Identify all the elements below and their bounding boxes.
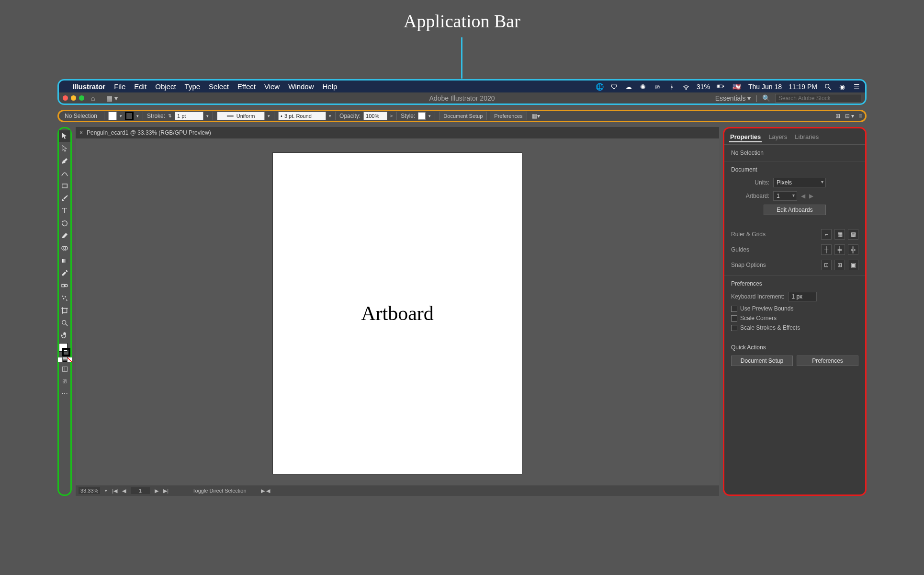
transparency-grid-icon[interactable]: ▩	[848, 229, 858, 240]
rectangle-tool[interactable]	[59, 180, 70, 192]
status-nav[interactable]: ▶ ◀	[261, 488, 270, 494]
snap-pixel-icon[interactable]: ▣	[848, 260, 858, 270]
time[interactable]: 11:19 PM	[789, 83, 817, 91]
stroke-dropdown[interactable]: ▾	[136, 114, 139, 118]
artboard-tool[interactable]	[59, 305, 70, 316]
scale-corners-checkbox[interactable]	[731, 315, 737, 322]
hand-tool[interactable]	[59, 330, 70, 341]
use-preview-bounds-checkbox[interactable]	[731, 306, 737, 312]
menu-window[interactable]: Window	[288, 82, 314, 91]
home-icon[interactable]: ⌂	[91, 94, 95, 102]
fill-stroke-control[interactable]	[59, 343, 70, 356]
eyedropper-tool[interactable]	[59, 267, 70, 279]
brush-dd[interactable]: ▾	[329, 114, 331, 118]
date[interactable]: Thu Jun 18	[748, 83, 782, 91]
close-window-icon[interactable]	[63, 95, 68, 101]
paintbrush-tool[interactable]	[59, 193, 70, 204]
zoom-level[interactable]: 33.33%	[79, 487, 100, 494]
panel-menu-icon[interactable]: ≡	[859, 113, 862, 119]
opacity-dd[interactable]: >	[390, 114, 393, 118]
stroke-color[interactable]	[62, 348, 70, 356]
stroke-profile-dd[interactable]: ▾	[268, 114, 270, 118]
stroke-profile[interactable]: ━━ Uniform	[217, 112, 265, 120]
blend-tool[interactable]	[59, 280, 70, 291]
close-tab-icon[interactable]: ×	[79, 129, 83, 136]
curvature-tool[interactable]	[59, 168, 70, 179]
pen-tool[interactable]	[59, 155, 70, 167]
search-stock-input[interactable]	[775, 94, 861, 103]
stroke-weight-input[interactable]: 1 pt	[175, 112, 203, 120]
tab-layers[interactable]: Layers	[767, 132, 788, 142]
menu-help[interactable]: Help	[323, 82, 338, 91]
minimize-window-icon[interactable]	[71, 95, 76, 101]
artboard-nav-current[interactable]: 1	[131, 487, 150, 494]
tab-properties[interactable]: Properties	[729, 132, 762, 142]
wifi-icon[interactable]	[682, 83, 690, 91]
fill-dropdown[interactable]: ▾	[120, 114, 122, 118]
artboard-nav-prev[interactable]: ◀	[122, 488, 126, 494]
shapebuilder-tool[interactable]	[59, 242, 70, 254]
stroke-swatch[interactable]	[125, 112, 134, 120]
color-mode-gradient[interactable]	[63, 357, 67, 362]
screen-mode-icon[interactable]: ⎚	[59, 375, 70, 387]
brush-definition[interactable]: • 3 pt. Round	[278, 112, 326, 120]
stroke-stepper[interactable]: ⇅	[168, 114, 172, 118]
document-setup-button[interactable]: Document Setup	[439, 112, 487, 120]
menu-type[interactable]: Type	[185, 82, 201, 91]
icon-2[interactable]: ⊟ ▾	[845, 113, 854, 119]
keyboard-increment-input[interactable]: 1 px	[788, 292, 817, 301]
menu-object[interactable]: Object	[155, 82, 176, 91]
document-tab[interactable]: × Penguin_ecard1 @ 33.33% (RGB/GPU Previ…	[76, 127, 719, 138]
align-to-icon[interactable]: ▦▾	[532, 113, 540, 119]
lock-guides-icon[interactable]: ╪	[834, 244, 845, 255]
type-tool[interactable]: T	[59, 205, 70, 217]
color-mode-selector[interactable]	[58, 357, 72, 362]
app-name[interactable]: Illustrator	[72, 82, 105, 91]
flag-icon[interactable]: 🇺🇸	[731, 83, 742, 91]
selection-tool[interactable]	[59, 130, 70, 142]
battery-icon[interactable]	[717, 83, 724, 91]
display-icon[interactable]: ⎚	[654, 83, 661, 91]
grid-icon[interactable]: ▦	[834, 229, 845, 240]
rotate-tool[interactable]	[59, 218, 70, 229]
siri-icon[interactable]: ◉	[838, 83, 846, 91]
menu-effect[interactable]: Effect	[237, 82, 256, 91]
gradient-tool[interactable]	[59, 255, 70, 266]
menu-select[interactable]: Select	[209, 82, 229, 91]
color-mode-color[interactable]	[58, 357, 62, 362]
tab-libraries[interactable]: Libraries	[794, 132, 820, 142]
artboard-next-icon[interactable]: ▶	[809, 193, 813, 199]
style-dd[interactable]: ▾	[428, 114, 431, 118]
zoom-dd[interactable]: ▾	[105, 488, 107, 493]
menu-file[interactable]: File	[114, 82, 125, 91]
artboard-nav-next[interactable]: ▶	[155, 488, 158, 494]
zoom-tool[interactable]	[59, 317, 70, 329]
smart-guides-icon[interactable]: ╬	[848, 244, 858, 255]
workspace-switcher[interactable]: Essentials ▾	[715, 94, 751, 102]
color-mode-none[interactable]	[68, 357, 72, 362]
shield-icon[interactable]: 🛡	[610, 83, 618, 91]
edit-artboards-button[interactable]: Edit Artboards	[764, 205, 826, 215]
fill-swatch[interactable]	[108, 112, 117, 120]
cloud-icon[interactable]: ☁	[625, 83, 632, 91]
snap-point-icon[interactable]: ⊡	[821, 260, 832, 270]
menu-view[interactable]: View	[264, 82, 280, 91]
ruler-icon[interactable]: ⌐	[821, 229, 832, 240]
artboard-prev-icon[interactable]: ◀	[801, 193, 805, 199]
notification-center-icon[interactable]: ☰	[853, 83, 860, 91]
qa-document-setup-button[interactable]: Document Setup	[731, 356, 793, 366]
artboard-select[interactable]: 1	[773, 191, 797, 201]
drawing-mode-icon[interactable]: ◫	[59, 363, 70, 374]
artboard-nav-first[interactable]: |◀	[112, 488, 117, 494]
spotlight-icon[interactable]	[824, 83, 832, 91]
edit-toolbar-icon[interactable]: ⋯	[59, 388, 70, 399]
graphic-style[interactable]	[418, 112, 426, 120]
qa-preferences-button[interactable]: Preferences	[797, 356, 858, 366]
globe-icon[interactable]: 🌐	[596, 83, 604, 91]
canvas[interactable]: Artboard	[76, 138, 719, 485]
symbol-sprayer-tool[interactable]	[59, 292, 70, 304]
eraser-tool[interactable]	[59, 230, 70, 242]
snap-grid-icon[interactable]: ⊞	[834, 260, 845, 270]
maximize-window-icon[interactable]	[79, 95, 84, 101]
preferences-button[interactable]: Preferences	[490, 112, 527, 120]
